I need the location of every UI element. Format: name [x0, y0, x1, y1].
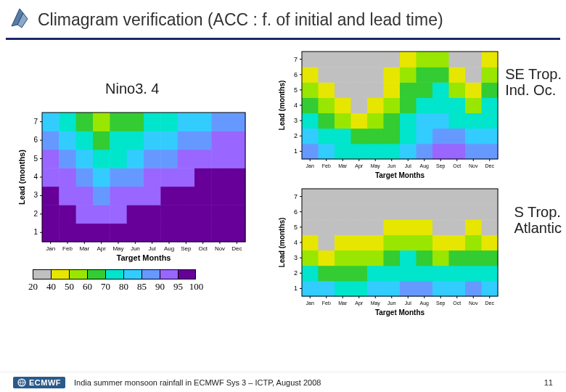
svg-text:3: 3: [294, 117, 298, 124]
svg-rect-71: [229, 131, 246, 150]
svg-rect-270: [432, 266, 449, 282]
svg-rect-153: [367, 113, 384, 129]
svg-rect-200: [351, 52, 368, 68]
svg-rect-55: [160, 150, 178, 168]
svg-rect-283: [449, 250, 466, 266]
svg-text:Lead (months): Lead (months): [17, 150, 26, 205]
svg-rect-24: [42, 187, 60, 205]
svg-rect-63: [93, 131, 110, 150]
svg-text:Target Months: Target Months: [375, 309, 425, 317]
svg-text:Dec: Dec: [485, 301, 495, 306]
svg-rect-36: [42, 168, 60, 187]
svg-rect-278: [367, 250, 384, 266]
svg-rect-30: [144, 187, 161, 205]
svg-text:3: 3: [33, 191, 38, 199]
svg-rect-25: [59, 187, 76, 205]
svg-text:Nov: Nov: [469, 301, 478, 306]
svg-rect-60: [42, 131, 60, 150]
svg-rect-154: [384, 113, 401, 129]
svg-rect-39: [93, 168, 110, 187]
svg-text:Apr: Apr: [355, 163, 364, 169]
legend-swatch: [105, 269, 123, 279]
svg-rect-206: [449, 52, 466, 68]
svg-rect-306: [432, 219, 449, 235]
svg-rect-4: [110, 224, 127, 242]
svg-rect-11: [229, 224, 246, 242]
svg-rect-157: [432, 113, 449, 129]
svg-rect-59: [229, 150, 246, 168]
svg-rect-66: [144, 131, 161, 150]
svg-rect-40: [110, 168, 127, 187]
svg-rect-173: [302, 82, 319, 98]
svg-text:5: 5: [294, 224, 298, 231]
svg-text:6: 6: [33, 136, 38, 144]
svg-rect-161: [302, 97, 319, 113]
svg-rect-290: [367, 234, 384, 250]
svg-text:2: 2: [294, 132, 298, 139]
legend-tick-label: 85: [133, 281, 151, 293]
svg-rect-129: [367, 144, 384, 160]
svg-rect-29: [127, 187, 144, 205]
svg-rect-49: [59, 150, 76, 168]
svg-rect-169: [432, 97, 449, 113]
svg-rect-1: [59, 224, 76, 242]
svg-rect-48: [42, 150, 60, 168]
svg-rect-182: [449, 82, 466, 98]
svg-text:4: 4: [294, 239, 298, 246]
svg-rect-26: [76, 187, 94, 205]
svg-text:Jul: Jul: [149, 245, 156, 252]
svg-rect-125: [302, 144, 319, 160]
svg-rect-269: [417, 266, 433, 282]
svg-rect-158: [449, 113, 466, 129]
svg-rect-134: [449, 144, 466, 160]
svg-rect-62: [76, 131, 94, 150]
svg-rect-294: [432, 234, 449, 250]
svg-text:Oct: Oct: [198, 245, 208, 252]
legend-tick-label: 80: [115, 281, 133, 293]
svg-rect-301: [351, 219, 368, 235]
svg-rect-275: [319, 250, 335, 266]
svg-rect-324: [335, 189, 351, 205]
svg-rect-285: [482, 250, 499, 266]
heatmap-se-trop-ind-oc: 1234567JanFebMarAprMayJunJulAugSepOctNov…: [276, 49, 501, 179]
svg-rect-22: [211, 205, 229, 224]
svg-rect-56: [178, 150, 195, 168]
svg-text:Jun: Jun: [131, 245, 140, 252]
svg-rect-282: [432, 250, 449, 266]
svg-text:Jan: Jan: [46, 245, 55, 252]
svg-text:Lead (months): Lead (months): [278, 81, 286, 131]
svg-rect-291: [384, 234, 401, 250]
svg-rect-10: [211, 224, 229, 242]
svg-text:Nov: Nov: [469, 163, 478, 168]
svg-rect-286: [302, 234, 319, 250]
svg-rect-159: [465, 113, 482, 129]
svg-rect-177: [367, 82, 384, 98]
svg-rect-256: [400, 281, 417, 297]
svg-rect-139: [335, 128, 351, 144]
svg-rect-146: [449, 128, 466, 144]
svg-rect-252: [335, 281, 351, 297]
svg-rect-43: [160, 168, 178, 187]
svg-rect-178: [384, 82, 401, 98]
svg-rect-258: [432, 281, 449, 297]
svg-text:Apr: Apr: [355, 301, 364, 306]
panel-label-s-trop-atlantic: S Trop.Atlantic: [514, 204, 562, 236]
svg-text:5: 5: [33, 155, 38, 163]
svg-text:May: May: [371, 163, 381, 169]
svg-rect-202: [384, 52, 401, 68]
svg-rect-137: [302, 128, 319, 144]
svg-text:4: 4: [33, 173, 38, 181]
svg-rect-325: [351, 189, 368, 205]
svg-rect-37: [59, 168, 76, 187]
svg-rect-181: [432, 82, 449, 98]
svg-rect-296: [465, 234, 482, 250]
svg-rect-156: [417, 113, 433, 129]
svg-rect-126: [319, 144, 335, 160]
svg-rect-131: [400, 144, 417, 160]
svg-text:Sep: Sep: [436, 301, 446, 306]
svg-text:Feb: Feb: [322, 301, 331, 306]
svg-rect-136: [482, 144, 499, 160]
svg-rect-74: [76, 113, 94, 131]
svg-rect-54: [144, 150, 161, 168]
svg-text:5: 5: [294, 86, 298, 94]
